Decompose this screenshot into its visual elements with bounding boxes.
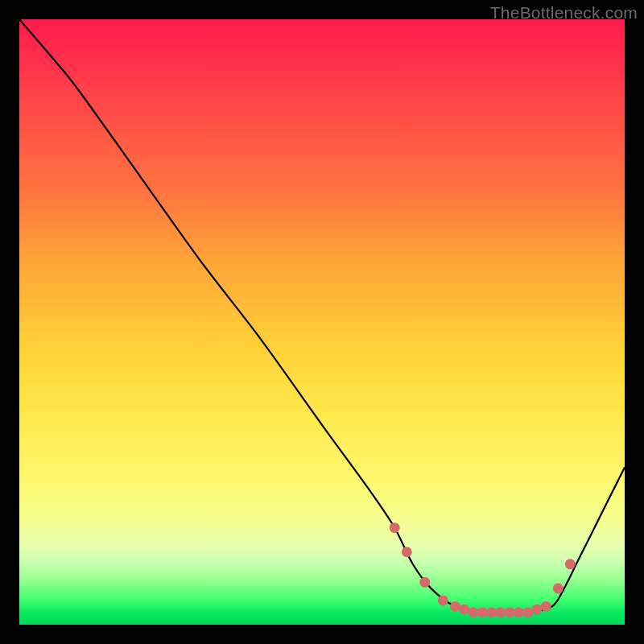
marker-dot <box>553 583 564 593</box>
marker-dot <box>438 595 448 605</box>
curve-svg <box>19 19 625 625</box>
marker-dot <box>450 601 460 612</box>
plot-area <box>19 19 625 625</box>
marker-dot <box>522 607 533 617</box>
chart-frame: TheBottleneck.com <box>0 0 644 644</box>
marker-dot <box>541 601 551 612</box>
marker-dot <box>459 605 469 615</box>
marker-dot <box>469 607 479 617</box>
marker-dot <box>505 607 515 617</box>
bottleneck-curve <box>19 19 625 613</box>
marker-dot <box>565 559 576 569</box>
marker-dot <box>486 607 497 617</box>
marker-dot <box>514 607 524 617</box>
marker-dot <box>531 605 542 615</box>
marker-dot <box>477 607 488 617</box>
marker-dot <box>419 577 430 588</box>
marker-dot <box>390 522 400 533</box>
marker-dot <box>402 547 412 557</box>
marker-dot <box>495 607 506 617</box>
